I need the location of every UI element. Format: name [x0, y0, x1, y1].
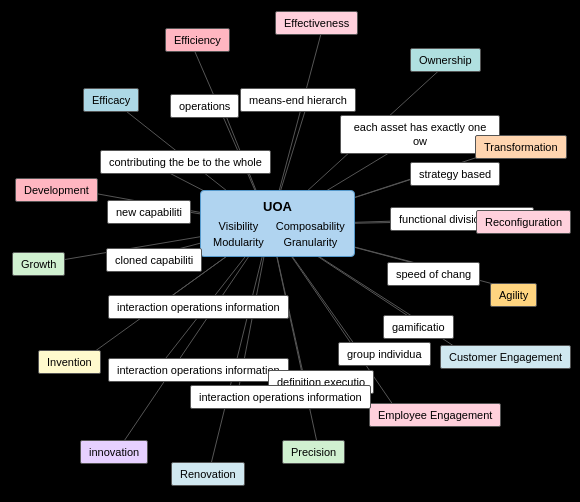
uoa-granularity: Granularity: [276, 236, 345, 248]
reconfiguration-node: Reconfiguration: [476, 210, 571, 234]
effectiveness-node: Effectiveness: [275, 11, 358, 35]
transformation-node: Transformation: [475, 135, 567, 159]
customer-engagement-node: Customer Engagement: [440, 345, 571, 369]
svg-line-28: [270, 225, 318, 447]
interaction3-node: interaction operations information: [190, 385, 371, 409]
development-node: Development: [15, 178, 98, 202]
contributing-node: contributing the be to the whole: [100, 150, 271, 174]
group-node: group individua: [338, 342, 431, 366]
ownership-node: Ownership: [410, 48, 481, 72]
uoa-composability: Composability: [276, 220, 345, 232]
uoa-grid: Visibility Composability Modularity Gran…: [213, 220, 342, 248]
precision-node: Precision: [282, 440, 345, 464]
svg-line-29: [210, 225, 270, 468]
strategy-node: strategy based: [410, 162, 500, 186]
invention-node: Invention: [38, 350, 101, 374]
innovation-node: innovation: [80, 440, 148, 464]
operations-node: operations: [170, 94, 239, 118]
cloned-node: cloned capabiliti: [106, 248, 202, 272]
employee-engagement-node: Employee Engagement: [369, 403, 501, 427]
uoa-node: UOA Visibility Composability Modularity …: [200, 190, 355, 257]
renovation-node: Renovation: [171, 462, 245, 486]
gamification-node: gamificatio: [383, 315, 454, 339]
agility-node: Agility: [490, 283, 537, 307]
interaction1-node: interaction operations information: [108, 295, 289, 319]
uoa-visibility: Visibility: [213, 220, 264, 232]
uoa-title: UOA: [213, 199, 342, 214]
efficiency-node: Efficiency: [165, 28, 230, 52]
interaction2-node: interaction operations information: [108, 358, 289, 382]
efficacy-node: Efficacy: [83, 88, 139, 112]
speed-node: speed of chang: [387, 262, 480, 286]
new-capabilities-node: new capabiliti: [107, 200, 191, 224]
uoa-modularity: Modularity: [213, 236, 264, 248]
growth-node: Growth: [12, 252, 65, 276]
means-end-node: means-end hierarch: [240, 88, 356, 112]
